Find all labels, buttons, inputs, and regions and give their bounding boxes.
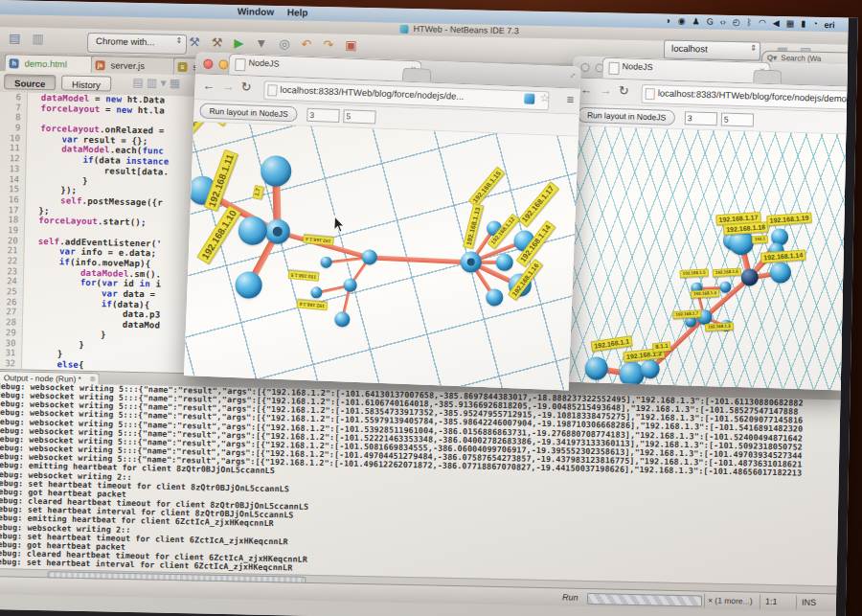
node-label: 192.168.1.19: [766, 213, 812, 226]
run-profile-select[interactable]: Chrome with...⇕: [87, 33, 187, 55]
run-layout-button[interactable]: Run layout in NodeJS: [578, 107, 676, 125]
close-button[interactable]: [203, 59, 213, 69]
debug-icon[interactable]: ▼: [255, 33, 267, 56]
chrome-window-1: NodeJS × ↕ ← → ↻ localhost:8383/HTWeb/bl…: [184, 52, 581, 390]
mouse-cursor: [333, 216, 346, 233]
graph-node[interactable]: [584, 356, 608, 380]
node-label: 192.1: [752, 236, 769, 244]
graph-canvas[interactable]: 192.168.1.8192.168.1.91.7192.168.1.11192…: [184, 122, 578, 390]
menubar-username[interactable]: eri: [825, 20, 835, 30]
battery-icon[interactable]: ▮: [801, 18, 805, 31]
close-button[interactable]: [580, 63, 589, 72]
open-project-icon[interactable]: ▥: [32, 28, 44, 51]
graph-node[interactable]: [770, 262, 792, 284]
js-file-icon: js: [95, 60, 104, 70]
run-layout-button[interactable]: Run layout in NodeJS: [199, 103, 298, 122]
graph-node[interactable]: [343, 278, 357, 292]
graph-node[interactable]: [261, 155, 292, 187]
run-progress-bar: [587, 593, 702, 607]
redo-icon[interactable]: ↷: [323, 34, 333, 57]
node-label: 192.168.1.7: [672, 309, 701, 318]
html-file-icon: h: [10, 58, 19, 68]
build-hammer-icon[interactable]: ⚒: [189, 31, 200, 54]
node-label: 192.168.1.1: [591, 335, 633, 352]
page-icon: [608, 62, 619, 75]
node-label: 192.168.1.15: [468, 167, 506, 208]
reload-icon[interactable]: ↻: [240, 80, 251, 94]
node-label: 192.168.1.3: [705, 322, 734, 331]
graph-node[interactable]: [486, 288, 504, 307]
netbeans-icon: [399, 25, 408, 34]
back-icon[interactable]: ←: [580, 82, 593, 97]
chrome-menu-icon[interactable]: ≡: [566, 92, 574, 106]
run-status-label: Run: [562, 592, 578, 602]
menu-help[interactable]: Help: [287, 7, 308, 17]
bookmark-star-icon[interactable]: ☆: [539, 91, 550, 104]
param-field-2[interactable]: [721, 112, 754, 126]
wifi-icon[interactable]: ◠: [759, 17, 766, 30]
menu-window[interactable]: Window: [238, 6, 274, 17]
code-brackets-icon[interactable]: ‹›: [720, 16, 726, 29]
input-flag-icon[interactable]: ▦: [786, 17, 795, 30]
new-tab-button[interactable]: [402, 68, 432, 82]
new-file-icon[interactable]: ▤: [9, 27, 21, 50]
ht-cube-icon[interactable]: [524, 93, 534, 103]
source-view-button[interactable]: Source: [4, 74, 57, 90]
reload-icon[interactable]: ↻: [619, 83, 629, 98]
laptop-screen: Window Help ◗◉♟G‹›◴ᛒ◠◀▦▮◔ eri HTWeb - Ne…: [0, 0, 858, 616]
graph-node[interactable]: [320, 256, 331, 267]
bluetooth-icon[interactable]: ᛒ: [746, 16, 752, 29]
volume-icon[interactable]: ◀: [773, 17, 780, 30]
magnifier-icon: Q▾: [767, 54, 777, 62]
ide-toolbar-icons: ▤▥: [3, 27, 50, 51]
file-icon: s: [177, 62, 187, 72]
back-icon[interactable]: ←: [202, 79, 216, 93]
profile-icon[interactable]: ◎: [279, 33, 290, 56]
penguin-icon[interactable]: ♟: [692, 15, 699, 28]
output-console[interactable]: debug: websocket writing 5:::{"name":"re…: [0, 382, 844, 586]
param-field-1[interactable]: [306, 108, 340, 123]
undo-icon[interactable]: ↶: [301, 34, 311, 57]
param-field-1[interactable]: [685, 111, 717, 125]
param-field-2[interactable]: [343, 109, 376, 124]
history-view-button[interactable]: History: [61, 75, 111, 91]
caret-position: 1:1: [765, 597, 778, 606]
clean-build-icon[interactable]: ⚒: [212, 32, 223, 55]
close-icon[interactable]: ⊗: [89, 375, 96, 383]
more-processes-label[interactable]: × (1 more...): [708, 596, 753, 606]
monitor-icon[interactable]: ▣: [345, 34, 357, 57]
minimize-button[interactable]: [218, 59, 228, 69]
node-label: 192.168.1.14: [760, 249, 806, 262]
sync-icon[interactable]: ◔: [812, 18, 818, 31]
graph-node[interactable]: [362, 249, 378, 265]
node-label: 192.168.1.18: [723, 221, 769, 235]
chrome-window-2: NodeJS × ← → ↻ localhost:8383/HTWeb/blog…: [563, 57, 849, 391]
graph-node[interactable]: [264, 218, 290, 244]
browser-select[interactable]: localhost⇕: [664, 40, 760, 61]
helmet-icon[interactable]: ◉: [678, 15, 686, 28]
forward-icon[interactable]: →: [221, 79, 235, 93]
node-label: 192.168.1.10: [196, 205, 241, 264]
graph-node[interactable]: [495, 253, 513, 271]
node-label: 192.168.1.6: [296, 300, 328, 310]
console-lines: debug: websocket writing 5:::{"name":"re…: [0, 382, 844, 584]
node-label: 192.168.1.5: [287, 270, 319, 281]
graph-node[interactable]: [334, 311, 351, 328]
graph-canvas[interactable]: 192.168.1.1192.168.1.28.1.1192.168.1.519…: [563, 126, 849, 391]
graph-node[interactable]: [235, 271, 262, 299]
g-icon[interactable]: G: [707, 15, 714, 28]
node-label: 192.168.1.4: [691, 289, 719, 298]
clock-icon[interactable]: ◴: [733, 16, 740, 29]
graph-node[interactable]: [238, 216, 267, 245]
forward-icon[interactable]: →: [600, 82, 612, 97]
run-icon[interactable]: ▶: [234, 32, 244, 55]
graph-node[interactable]: [310, 286, 322, 298]
graph-node[interactable]: [640, 359, 660, 379]
new-tab-button[interactable]: [753, 69, 782, 83]
page-icon: [235, 58, 245, 71]
force-graph: 192.168.1.8192.168.1.91.7192.168.1.11192…: [184, 122, 578, 390]
graph-node[interactable]: [740, 268, 759, 286]
evernote-icon[interactable]: ◗: [666, 15, 671, 28]
resize-icon[interactable]: ↕: [568, 70, 578, 80]
editor-toolbar-icons: ▤ ▥ ▾ ▦: [132, 76, 180, 90]
